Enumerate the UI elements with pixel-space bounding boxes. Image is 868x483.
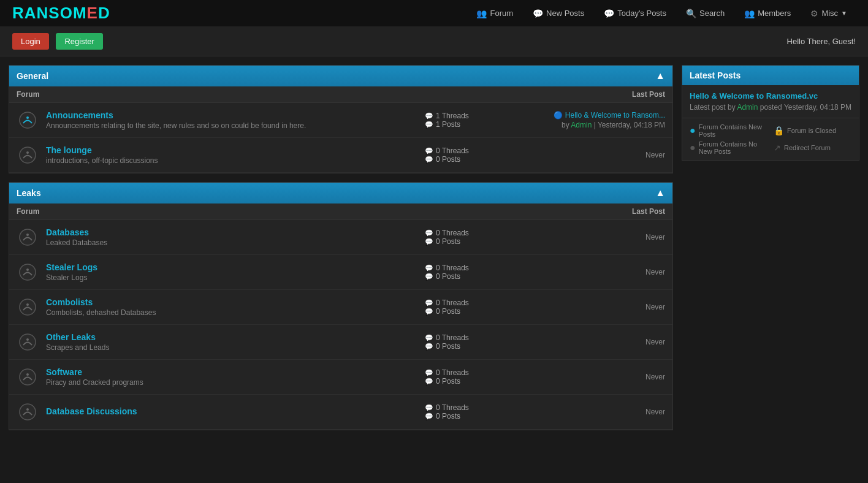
register-button[interactable]: Register (56, 33, 102, 50)
stealer-logs-posts: 0 Posts (436, 272, 460, 281)
lounge-desc: introductions, off-topic discussions (46, 156, 417, 165)
announcements-stats: 💬1 Threads 💬1 Posts (425, 112, 523, 129)
software-threads: 0 Threads (436, 368, 469, 377)
nav-forum[interactable]: 👥 Forum (468, 0, 522, 27)
general-collapse-icon[interactable]: ▲ (655, 70, 665, 82)
leaks-table-header: Forum Last Post (9, 203, 672, 220)
database-discussions-forum-icon (17, 401, 39, 423)
legend-no-new-posts-label: Forum Contains No New Posts (699, 140, 767, 155)
lounge-stats: 💬0 Threads 💬0 Posts (425, 146, 523, 164)
databases-info: Databases Leaked Databases (46, 227, 417, 247)
leaks-section-header: Leaks ▲ (9, 183, 672, 203)
nav-misc[interactable]: ⚙ Misc ▼ (802, 0, 856, 27)
general-section: General ▲ Forum Last Post Announcements (9, 65, 673, 173)
leaks-section: Leaks ▲ Forum Last Post Databases (9, 182, 673, 430)
combolists-last-post: Never (530, 303, 665, 311)
no-new-posts-legend-icon: ● (690, 142, 696, 153)
database-discussions-threads: 0 Threads (436, 403, 469, 412)
sub-header: Login Register Hello There, Guest! (0, 27, 868, 56)
software-last-post: Never (530, 373, 665, 381)
latest-posts-body: Hello & Welcome to Ransomed.vc Latest po… (682, 85, 859, 118)
nav-todays-posts[interactable]: 💬 Today's Posts (595, 0, 675, 27)
legend-no-new-posts: ● Forum Contains No New Posts (690, 140, 767, 155)
lounge-last-post: Never (530, 151, 665, 159)
new-posts-icon: 💬 (533, 9, 543, 18)
announcements-name[interactable]: Announcements (46, 110, 113, 120)
announcements-last-post-title[interactable]: 🔵 Hello & Welcome to Ransom... (530, 111, 665, 120)
latest-post-user: Admin (737, 103, 758, 112)
other-leaks-never: Never (645, 338, 665, 346)
nav-members[interactable]: 👥 Members (736, 0, 799, 27)
latest-post-meta: Latest post by Admin posted Yesterday, 0… (690, 103, 851, 112)
forum-row-databases: Databases Leaked Databases 💬0 Threads 💬0… (9, 220, 672, 255)
login-button[interactable]: Login (12, 33, 49, 50)
combolists-name[interactable]: Combolists (46, 297, 93, 307)
announcements-threads: 1 Threads (436, 112, 469, 120)
announcements-forum-icon (17, 109, 39, 131)
combolists-stats: 💬0 Threads 💬0 Posts (425, 299, 523, 316)
svg-point-7 (26, 268, 29, 271)
stealer-logs-last-post: Never (530, 268, 665, 276)
legend-new-posts: ● Forum Contains New Posts (690, 123, 767, 138)
software-posts: 0 Posts (436, 377, 460, 386)
stealer-logs-stats: 💬0 Threads 💬0 Posts (425, 264, 523, 281)
legend-redirect: ↗ Redirect Forum (774, 140, 851, 155)
svg-point-3 (26, 151, 29, 154)
general-table-header: Forum Last Post (9, 86, 672, 103)
forum-row-other-leaks: Other Leaks Scrapes and Leads 💬0 Threads… (9, 325, 672, 360)
misc-dropdown-icon: ▼ (841, 10, 847, 17)
lounge-info: The lounge introductions, off-topic disc… (46, 145, 417, 165)
software-name[interactable]: Software (46, 367, 82, 377)
other-leaks-forum-icon (17, 331, 39, 353)
latest-post-title[interactable]: Hello & Welcome to Ransomed.vc (690, 91, 851, 101)
database-discussions-posts: 0 Posts (436, 412, 460, 420)
leaks-col-last-post: Last Post (632, 207, 665, 216)
latest-posts-header: Latest Posts (682, 66, 859, 85)
other-leaks-last-post: Never (530, 338, 665, 346)
combolists-posts: 0 Posts (436, 307, 460, 316)
announcements-info: Announcements Announcements relating to … (46, 110, 417, 130)
svg-point-9 (26, 303, 29, 306)
nav-search-label: Search (699, 9, 725, 18)
legend-new-posts-label: Forum Contains New Posts (699, 123, 767, 138)
legend-box: ● Forum Contains New Posts 🔒 Forum is Cl… (682, 118, 859, 160)
general-col-last-post: Last Post (632, 90, 665, 99)
legend-closed-label: Forum is Closed (787, 127, 836, 134)
right-column: Latest Posts Hello & Welcome to Ransomed… (682, 65, 859, 161)
closed-legend-icon: 🔒 (774, 126, 784, 135)
other-leaks-desc: Scrapes and Leads (46, 343, 417, 352)
other-leaks-name[interactable]: Other Leaks (46, 332, 96, 342)
other-leaks-threads: 0 Threads (436, 333, 469, 342)
nav-new-posts[interactable]: 💬 New Posts (524, 0, 593, 27)
stealer-logs-never: Never (645, 268, 665, 276)
forum-row-stealer-logs: Stealer Logs Stealer Logs 💬0 Threads 💬0 … (9, 255, 672, 290)
forum-icon: 👥 (476, 9, 487, 18)
stealer-logs-info: Stealer Logs Stealer Logs (46, 262, 417, 282)
announcements-desc: Announcements relating to the site, new … (46, 121, 417, 130)
latest-post-meta-suffix: posted Yesterday, 04:18 PM (760, 103, 851, 112)
site-logo[interactable]: RANSOMED (12, 4, 110, 23)
general-section-header: General ▲ (9, 66, 672, 86)
main-content: General ▲ Forum Last Post Announcements (0, 56, 868, 447)
stealer-logs-forum-icon (17, 261, 39, 283)
databases-name[interactable]: Databases (46, 227, 89, 237)
nav-search[interactable]: 🔍 Search (677, 0, 733, 27)
combolists-info: Combolists Combolists, dehashed Database… (46, 297, 417, 317)
lounge-threads: 0 Threads (436, 146, 469, 155)
databases-posts: 0 Posts (436, 237, 460, 246)
svg-point-1 (26, 116, 29, 119)
stealer-logs-name[interactable]: Stealer Logs (46, 262, 97, 272)
combolists-forum-icon (17, 296, 39, 318)
leaks-collapse-icon[interactable]: ▲ (655, 188, 665, 199)
logo-text: RANSOMED (12, 4, 110, 22)
legend-grid: ● Forum Contains New Posts 🔒 Forum is Cl… (690, 123, 851, 155)
databases-threads: 0 Threads (436, 229, 469, 237)
lounge-name[interactable]: The lounge (46, 145, 92, 155)
announcements-last-post-user: Admin (571, 121, 592, 129)
search-icon: 🔍 (686, 9, 696, 18)
announcements-last-post: 🔵 Hello & Welcome to Ransom... by Admin … (530, 111, 665, 129)
general-col-forum: Forum (17, 90, 39, 99)
database-discussions-name[interactable]: Database Discussions (46, 406, 137, 416)
database-discussions-last-post: Never (530, 408, 665, 416)
nav-todays-posts-label: Today's Posts (617, 9, 666, 18)
